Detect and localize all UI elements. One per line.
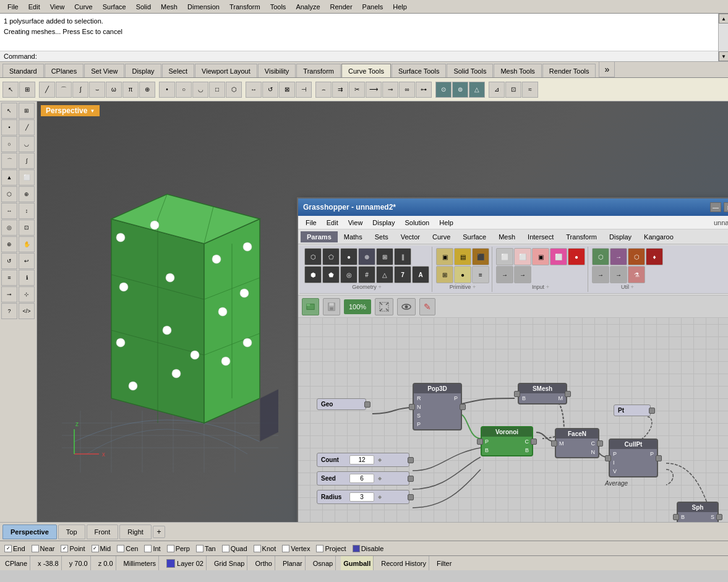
menu-transform[interactable]: Transform (225, 2, 265, 12)
menu-dimension[interactable]: Dimension (182, 2, 225, 12)
rect-tool[interactable]: □ (209, 82, 225, 98)
side-dim1[interactable]: ↔ (1, 203, 17, 219)
gh-tab-maths[interactable]: Maths (338, 231, 369, 242)
tab-mesh-tools[interactable]: Mesh Tools (494, 64, 541, 77)
tab-solid-tools[interactable]: Solid Tools (447, 64, 493, 77)
snap-disable-check[interactable] (353, 545, 360, 552)
gh-icon-input-pink[interactable]: ⬜ (550, 248, 567, 265)
tab-set-view[interactable]: Set View (84, 64, 124, 77)
vp-tab-perspective[interactable]: Perspective (2, 524, 57, 539)
gh-icon-util6[interactable]: → (610, 266, 627, 283)
gh-node-smesh[interactable]: SMesh B M (518, 383, 567, 404)
gh-tab-sets[interactable]: Sets (369, 231, 395, 242)
snap-perp-label[interactable]: Perp (176, 545, 190, 552)
explode-tool[interactable]: ⊶ (416, 82, 432, 98)
move-tool[interactable]: ↔ (246, 82, 262, 98)
point-tool[interactable]: • (159, 82, 175, 98)
gh-save-btn[interactable] (323, 298, 340, 315)
gh-icon-util3[interactable]: ⬡ (628, 248, 645, 265)
arc-tool[interactable]: ◡ (192, 82, 208, 98)
status-filter[interactable]: Filter (434, 556, 454, 570)
facen-output-port[interactable] (597, 440, 603, 447)
rhino-viewport[interactable]: Perspective (37, 101, 728, 522)
menu-render[interactable]: Render (325, 2, 358, 12)
seed-value[interactable]: 6 (349, 474, 374, 483)
side-rotate3d[interactable]: ↺ (1, 253, 17, 269)
tab-render-tools[interactable]: Render Tools (542, 64, 596, 77)
snap-mid-label[interactable]: Mid (100, 545, 111, 552)
gh-tab-intersect[interactable]: Intersect (521, 231, 560, 242)
gh-icon-input1[interactable]: ⬜ (496, 248, 513, 265)
gh-icon-num7[interactable]: 7 (394, 266, 411, 283)
tab-cplanes[interactable]: CPlanes (45, 64, 84, 77)
menu-edit[interactable]: Edit (24, 2, 45, 12)
gh-titlebar[interactable]: Grasshopper - unnamed2* — □ ✕ (298, 199, 728, 216)
gh-tab-display[interactable]: Display (603, 231, 638, 242)
snap-quad[interactable]: Quad (220, 545, 249, 552)
side-snap2[interactable]: ⊹ (19, 286, 35, 302)
status-ortho[interactable]: Ortho (252, 556, 275, 570)
status-record-history[interactable]: Record History (379, 556, 429, 570)
cage-edit[interactable]: ⊡ (505, 82, 521, 98)
vp-add-tab-btn[interactable]: + (153, 526, 165, 538)
snap-point-check[interactable] (61, 545, 68, 552)
snap-near-check[interactable] (32, 545, 39, 552)
menu-help[interactable]: Help (388, 2, 412, 12)
gh-param-count[interactable]: Count 12 ◆ (317, 453, 409, 467)
side-arc[interactable]: ◡ (19, 136, 35, 152)
snap-vertex-label[interactable]: Vertex (291, 545, 310, 552)
tab-curve-tools[interactable]: Curve Tools (341, 64, 391, 77)
status-cplane[interactable]: CPlane (2, 556, 30, 570)
curve-tool4[interactable]: ⌣ (89, 82, 105, 98)
curve-tool6[interactable]: π (122, 82, 139, 98)
output-scrollbar[interactable]: ▲ ▼ (718, 14, 728, 61)
menu-solid[interactable]: Solid (131, 2, 156, 12)
extend-tool[interactable]: ⟶ (366, 82, 382, 98)
side-hide[interactable]: ◎ (1, 220, 17, 236)
menu-analyze[interactable]: Analyze (291, 2, 325, 12)
snap-perp[interactable]: Perp (165, 545, 192, 552)
snap-knot-label[interactable]: Knot (262, 545, 276, 552)
side-group[interactable]: ⊡ (19, 220, 35, 236)
curve-tool1[interactable]: ╱ (39, 82, 55, 98)
snap-end[interactable]: End (2, 545, 27, 552)
snap-point-label[interactable]: Point (69, 545, 85, 552)
side-mesh2[interactable]: ⊕ (19, 186, 35, 202)
transform-tool[interactable]: ⊞ (19, 82, 35, 98)
gh-menu-view[interactable]: View (343, 218, 368, 228)
snap-knot-check[interactable] (254, 545, 261, 552)
analysis-tool1[interactable]: ⊙ (435, 82, 452, 98)
snap-disable[interactable]: Disable (351, 545, 386, 552)
gh-icon-hash2[interactable]: # (358, 266, 375, 283)
snap-perp-check[interactable] (167, 545, 174, 552)
menu-mesh[interactable]: Mesh (156, 2, 182, 12)
gh-node-pop3d[interactable]: Pop3D R N S P P (413, 383, 462, 430)
side-line[interactable]: ╱ (19, 119, 35, 135)
fillet-tool[interactable]: ⌢ (315, 82, 332, 98)
side-curve1[interactable]: ⌒ (1, 153, 17, 169)
facen-input-port[interactable] (551, 440, 557, 447)
snap-vertex-check[interactable] (282, 545, 289, 552)
sph-output-port[interactable] (716, 514, 722, 520)
polygon-tool[interactable]: ⬡ (226, 82, 242, 98)
menu-tools[interactable]: Tools (265, 2, 291, 12)
menu-view[interactable]: View (45, 2, 70, 12)
snap-mid-check[interactable] (92, 545, 99, 552)
side-circle[interactable]: ○ (1, 136, 17, 152)
gh-icon-grid-hex[interactable]: ⊞ (376, 248, 393, 265)
toolbar-overflow-btn[interactable]: » (599, 61, 615, 77)
menu-panels[interactable]: Panels (358, 2, 388, 12)
mirror-tool[interactable]: ⊣ (296, 82, 312, 98)
gh-icon-cross-hash[interactable]: ⊕ (358, 248, 375, 265)
radius-output-port[interactable] (408, 494, 414, 500)
gh-node-sph[interactable]: Sph B R S (677, 502, 719, 522)
side-script[interactable]: </> (19, 303, 35, 319)
gh-tab-params[interactable]: Params (301, 231, 338, 242)
viewport-perspective-label[interactable]: Perspective (41, 105, 100, 116)
gh-maximize-btn[interactable]: □ (724, 202, 728, 212)
gh-fit-btn[interactable] (375, 298, 393, 315)
vp-tab-top[interactable]: Top (58, 524, 85, 539)
scroll-up-btn[interactable]: ▲ (719, 14, 728, 24)
side-extrude[interactable]: ▲ (1, 169, 17, 186)
join-tool[interactable]: ∞ (399, 82, 415, 98)
